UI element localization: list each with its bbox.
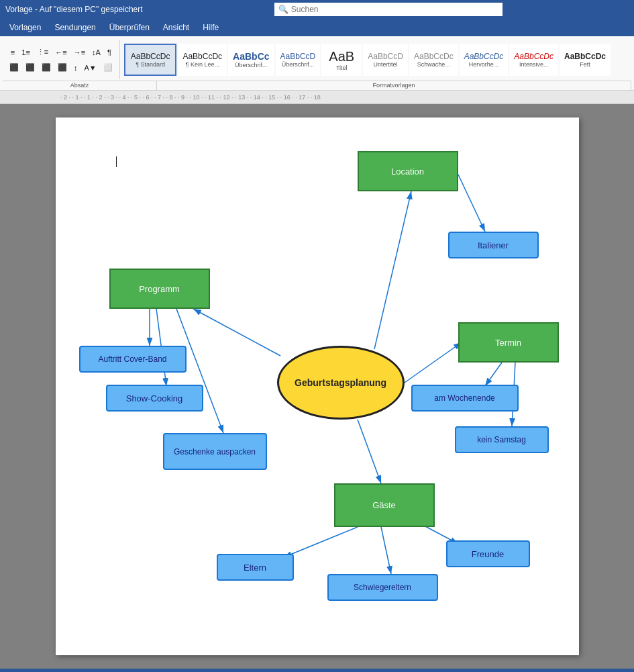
line-spacing-btn[interactable]: ↕ — [71, 62, 81, 74]
node-geschenke[interactable]: Geschenke auspacken — [163, 433, 267, 470]
pilcrow-btn[interactable]: ¶ — [105, 46, 114, 58]
node-cover-band-label: Auftritt Cover-Band — [98, 354, 166, 364]
menu-sendungen[interactable]: Sendungen — [48, 20, 102, 35]
svg-line-11 — [284, 527, 358, 557]
status-bar — [0, 669, 634, 672]
sort-btn[interactable]: ↕A — [89, 46, 103, 58]
node-eltern[interactable]: Eltern — [217, 554, 294, 581]
title-bar: Vorlage - Auf "diesem PC" gespeichert 🔍 — [0, 0, 634, 19]
style-intensive[interactable]: AaBbCcDc Intensive... — [509, 44, 558, 76]
node-italiener-label: Italiener — [478, 240, 509, 250]
svg-line-12 — [381, 527, 391, 574]
node-freunde[interactable]: Freunde — [446, 540, 530, 567]
list-number-btn[interactable]: 1≡ — [19, 46, 33, 58]
svg-line-4 — [358, 420, 381, 483]
menu-bar: Vorlagen Sendungen Überprüfen Ansicht Hi… — [0, 19, 634, 36]
menu-vorlagen[interactable]: Vorlagen — [3, 20, 48, 35]
svg-line-1 — [374, 191, 411, 349]
list-multi-btn[interactable]: ⋮≡ — [34, 46, 51, 58]
indent-decrease-btn[interactable]: ←≡ — [52, 46, 69, 58]
style-fett[interactable]: AaBbCcDc Fett — [560, 44, 611, 76]
svg-line-3 — [405, 342, 462, 383]
mindmap: Geburtstagsplanung Location Italiener Pr… — [69, 131, 566, 641]
align-center-btn[interactable]: ⬛ — [23, 61, 38, 74]
style-hervorhe[interactable]: AaBbCcDc Hervorhe... — [460, 44, 509, 76]
svg-line-5 — [458, 175, 485, 232]
svg-line-2 — [193, 309, 280, 356]
style-ueberschrift1[interactable]: AaBbCc Überschrif... — [228, 44, 274, 76]
shading-btn[interactable]: A▼ — [82, 62, 99, 74]
formatvorlagen-label: Formatvorlagen — [157, 81, 631, 90]
list-bullet-btn[interactable]: ≡ — [8, 46, 17, 58]
node-termin[interactable]: Termin — [458, 322, 559, 363]
node-freunde-label: Freunde — [472, 549, 504, 559]
svg-line-9 — [485, 363, 502, 386]
ribbon: ≡ 1≡ ⋮≡ ←≡ →≡ ↕A ¶ ⬛ ⬛ ⬛ ⬛ ↕ A▼ ⬜ AaBbCc… — [0, 36, 634, 91]
document-area: Geburtstagsplanung Location Italiener Pr… — [0, 104, 634, 669]
node-geschenke-label: Geschenke auspacken — [174, 447, 256, 457]
style-kein-lee[interactable]: AaBbCcDc ¶ Kein Lee... — [178, 44, 227, 76]
node-center[interactable]: Geburtstagsplanung — [277, 346, 405, 420]
node-show-cooking[interactable]: Show-Cooking — [106, 385, 203, 412]
node-wochenende[interactable]: am Wochenende — [411, 385, 519, 412]
node-location-label: Location — [391, 166, 424, 177]
ribbon-labels: Absatz Formatvorlagen — [3, 81, 631, 90]
paragraph-buttons: ≡ 1≡ ⋮≡ ←≡ →≡ ↕A ¶ — [8, 46, 114, 58]
style-schwache[interactable]: AaBbCcDc Schwache... — [409, 44, 458, 76]
node-schwiegereltern-label: Schwiegereltern — [354, 583, 411, 592]
search-input[interactable] — [291, 5, 498, 14]
menu-ansicht[interactable]: Ansicht — [156, 20, 196, 35]
style-standard[interactable]: AaBbCcDc ¶ Standard — [124, 44, 177, 76]
ruler: · 2 · · 1 · · 1 · · 2 · · 3 · · 4 · · 5 … — [0, 91, 634, 104]
node-termin-label: Termin — [495, 338, 521, 348]
node-schwiegereltern[interactable]: Schwiegereltern — [327, 574, 438, 601]
style-ueberschrift2[interactable]: AaBbCcD Überschrif... — [276, 44, 321, 76]
app-title: Vorlage - Auf "diesem PC" gespeichert — [5, 5, 143, 14]
align-right-btn[interactable]: ⬛ — [39, 61, 54, 74]
node-location[interactable]: Location — [358, 151, 458, 191]
node-show-cooking-label: Show-Cooking — [126, 393, 183, 403]
node-programm-label: Programm — [139, 284, 180, 294]
node-gaeste[interactable]: Gäste — [334, 483, 435, 527]
align-justify-btn[interactable]: ⬛ — [55, 61, 70, 74]
paragraph-group: ≡ 1≡ ⋮≡ ←≡ →≡ ↕A ¶ ⬛ ⬛ ⬛ ⬛ ↕ A▼ ⬜ — [3, 40, 120, 79]
page: Geburtstagsplanung Location Italiener Pr… — [56, 117, 579, 655]
style-untertitel[interactable]: AaBbCcD Untertitel — [363, 44, 408, 76]
node-samstag-label: kein Samstag — [477, 435, 526, 444]
node-eltern-label: Eltern — [244, 563, 266, 573]
node-center-label: Geburtstagsplanung — [295, 377, 386, 388]
border-btn[interactable]: ⬜ — [101, 61, 115, 74]
node-gaeste-label: Gäste — [372, 500, 396, 510]
node-cover-band[interactable]: Auftritt Cover-Band — [79, 346, 187, 373]
align-left-btn[interactable]: ⬛ — [7, 61, 21, 74]
menu-ueberpruefen[interactable]: Überprüfen — [103, 20, 156, 35]
search-icon: 🔍 — [278, 5, 288, 14]
node-programm[interactable]: Programm — [109, 269, 210, 309]
style-titel[interactable]: AaB Titel — [321, 44, 362, 76]
node-samstag[interactable]: kein Samstag — [455, 426, 549, 453]
absatz-label: Absatz — [3, 81, 157, 90]
search-bar[interactable]: 🔍 — [274, 3, 503, 16]
ribbon-toolbar: ≡ 1≡ ⋮≡ ←≡ →≡ ↕A ¶ ⬛ ⬛ ⬛ ⬛ ↕ A▼ ⬜ AaBbCc… — [3, 39, 631, 81]
menu-hilfe[interactable]: Hilfe — [196, 20, 225, 35]
node-italiener[interactable]: Italiener — [448, 232, 539, 258]
indent-increase-btn[interactable]: →≡ — [71, 46, 88, 58]
node-wochenende-label: am Wochenende — [434, 393, 495, 403]
